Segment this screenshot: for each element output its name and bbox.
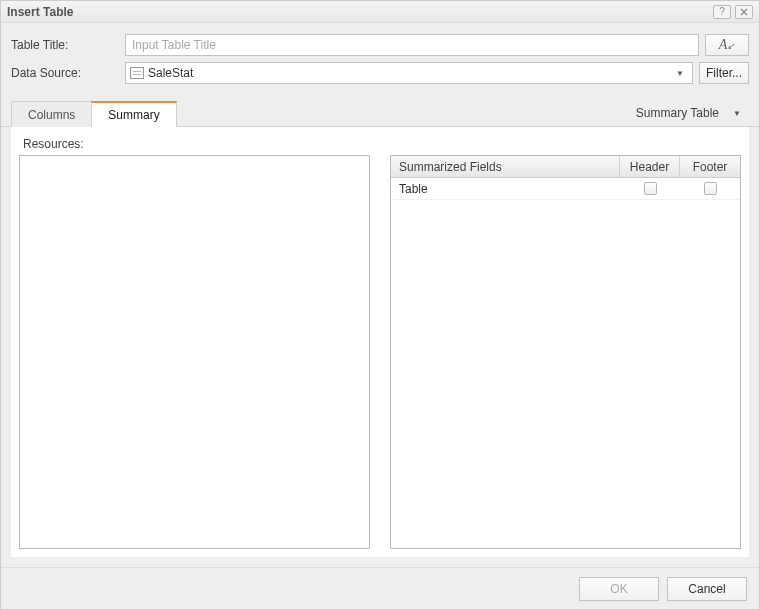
tab-columns[interactable]: Columns [11,101,92,127]
data-source-label: Data Source: [11,66,119,80]
close-button[interactable] [735,5,753,19]
data-source-select[interactable]: SaleStat ▼ [125,62,693,84]
form-area: Table Title: A↙ Data Source: SaleStat ▼ … [1,23,759,91]
titlebar-buttons: ? [713,5,753,19]
tab-strip: Columns Summary Summary Table ▼ [1,97,759,127]
dataset-icon [130,67,144,79]
table-title-input[interactable] [125,34,699,56]
cancel-button[interactable]: Cancel [667,577,747,601]
tab-summary[interactable]: Summary [91,101,176,127]
col-summarized-fields[interactable]: Summarized Fields [391,156,620,177]
datasource-row: Data Source: SaleStat ▼ Filter... [11,59,749,87]
table-row[interactable]: Table [391,178,740,200]
font-button[interactable]: A↙ [705,34,749,56]
table-header: Summarized Fields Header Footer [391,156,740,178]
title-row: Table Title: A↙ [11,31,749,59]
resources-label: Resources: [23,137,741,151]
header-checkbox[interactable] [644,182,657,195]
help-button[interactable]: ? [713,5,731,19]
window-title: Insert Table [7,5,713,19]
chevron-down-icon: ▼ [729,103,745,123]
col-header[interactable]: Header [620,156,680,177]
summary-panel: Resources: Summarized Fields Header Foot… [11,127,749,557]
close-icon [740,8,748,16]
summary-columns: Summarized Fields Header Footer Table [19,155,741,549]
summary-view-value: Summary Table [636,106,719,120]
font-icon: A↙ [719,37,736,52]
summary-view-select[interactable]: Summary Table ▼ [636,102,749,124]
dialog-footer: OK Cancel [1,567,759,609]
row-name: Table [391,182,620,196]
titlebar: Insert Table ? [1,1,759,23]
chevron-down-icon[interactable]: ▼ [672,63,688,83]
insert-table-dialog: Insert Table ? Table Title: A↙ Data Sour… [0,0,760,610]
row-footer-cell [680,182,740,195]
row-header-cell [620,182,680,195]
summarized-fields-table: Summarized Fields Header Footer Table [390,155,741,549]
data-source-value: SaleStat [148,66,672,80]
ok-button[interactable]: OK [579,577,659,601]
resources-list[interactable] [19,155,370,549]
footer-checkbox[interactable] [704,182,717,195]
col-footer[interactable]: Footer [680,156,740,177]
table-title-label: Table Title: [11,38,119,52]
filter-button[interactable]: Filter... [699,62,749,84]
tab-strip-right: Summary Table ▼ [636,100,749,126]
